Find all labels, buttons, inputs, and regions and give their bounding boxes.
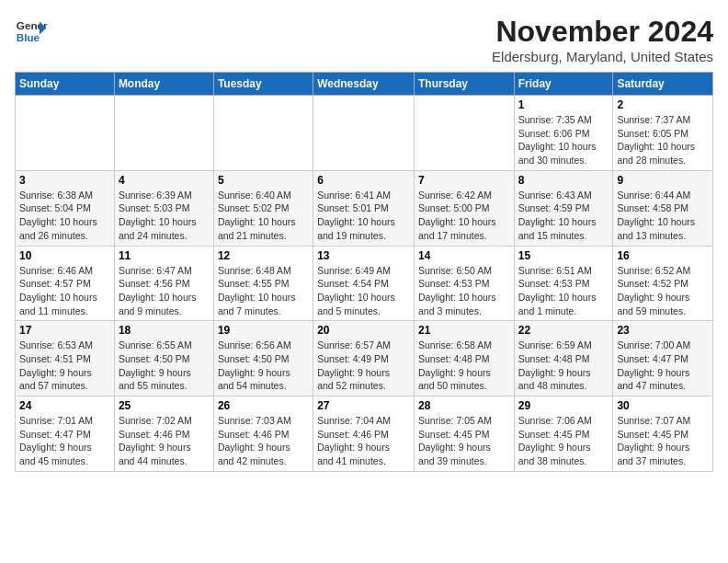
day-number: 20 [317,324,410,337]
day-cell: 20Sunrise: 6:57 AM Sunset: 4:49 PM Dayli… [313,321,415,396]
day-number: 10 [19,249,110,262]
day-number: 1 [518,98,609,111]
week-row-1: 3Sunrise: 6:38 AM Sunset: 5:04 PM Daylig… [16,170,713,246]
day-cell: 14Sunrise: 6:50 AM Sunset: 4:53 PM Dayli… [414,246,514,321]
day-info: Sunrise: 7:02 AM Sunset: 4:46 PM Dayligh… [119,414,210,468]
title-area: November 2024 Eldersburg, Maryland, Unit… [492,15,713,64]
day-cell: 8Sunrise: 6:43 AM Sunset: 4:59 PM Daylig… [514,170,613,246]
day-number: 18 [119,324,210,337]
header-saturday: Saturday [613,73,713,96]
week-row-0: 1Sunrise: 7:35 AM Sunset: 6:06 PM Daylig… [16,96,713,171]
day-number: 4 [119,174,210,187]
day-cell: 29Sunrise: 7:06 AM Sunset: 4:45 PM Dayli… [514,396,613,472]
day-cell: 30Sunrise: 7:07 AM Sunset: 4:45 PM Dayli… [613,396,713,472]
day-number: 29 [518,399,609,412]
header-sunday: Sunday [16,73,115,96]
day-cell: 11Sunrise: 6:47 AM Sunset: 4:56 PM Dayli… [114,246,213,321]
day-number: 7 [418,174,510,187]
day-info: Sunrise: 7:04 AM Sunset: 4:46 PM Dayligh… [317,414,410,468]
day-cell: 16Sunrise: 6:52 AM Sunset: 4:52 PM Dayli… [613,246,713,321]
logo-icon: General Blue [15,15,48,48]
day-cell: 5Sunrise: 6:40 AM Sunset: 5:02 PM Daylig… [213,170,313,246]
day-info: Sunrise: 6:41 AM Sunset: 5:01 PM Dayligh… [317,189,410,243]
day-number: 25 [119,399,210,412]
day-info: Sunrise: 6:49 AM Sunset: 4:54 PM Dayligh… [317,264,410,318]
week-row-2: 10Sunrise: 6:46 AM Sunset: 4:57 PM Dayli… [16,246,713,321]
day-info: Sunrise: 6:39 AM Sunset: 5:03 PM Dayligh… [119,189,210,243]
day-info: Sunrise: 6:46 AM Sunset: 4:57 PM Dayligh… [19,264,110,318]
day-info: Sunrise: 6:52 AM Sunset: 4:52 PM Dayligh… [617,264,709,318]
day-number: 28 [418,399,510,412]
day-number: 15 [518,249,609,262]
day-number: 3 [19,174,110,187]
header-friday: Friday [514,73,613,96]
logo: General Blue [15,15,51,48]
day-info: Sunrise: 7:01 AM Sunset: 4:47 PM Dayligh… [19,414,110,468]
day-number: 24 [19,399,110,412]
day-number: 11 [119,249,210,262]
header-monday: Monday [114,73,213,96]
day-cell [114,96,213,171]
day-cell: 4Sunrise: 6:39 AM Sunset: 5:03 PM Daylig… [114,170,213,246]
day-cell: 9Sunrise: 6:44 AM Sunset: 4:58 PM Daylig… [613,170,713,246]
day-number: 16 [617,249,709,262]
day-number: 9 [617,174,709,187]
day-info: Sunrise: 6:57 AM Sunset: 4:49 PM Dayligh… [317,339,410,393]
day-cell: 3Sunrise: 6:38 AM Sunset: 5:04 PM Daylig… [16,170,115,246]
days-header-row: SundayMondayTuesdayWednesdayThursdayFrid… [16,73,713,96]
day-info: Sunrise: 6:48 AM Sunset: 4:55 PM Dayligh… [218,264,309,318]
week-row-3: 17Sunrise: 6:53 AM Sunset: 4:51 PM Dayli… [16,321,713,396]
day-cell: 26Sunrise: 7:03 AM Sunset: 4:46 PM Dayli… [213,396,313,472]
day-number: 2 [617,98,709,111]
day-info: Sunrise: 6:50 AM Sunset: 4:53 PM Dayligh… [418,264,510,318]
day-info: Sunrise: 6:55 AM Sunset: 4:50 PM Dayligh… [119,339,210,393]
day-info: Sunrise: 6:47 AM Sunset: 4:56 PM Dayligh… [119,264,210,318]
day-info: Sunrise: 6:44 AM Sunset: 4:58 PM Dayligh… [617,189,709,243]
day-info: Sunrise: 7:00 AM Sunset: 4:47 PM Dayligh… [617,339,709,393]
day-cell: 24Sunrise: 7:01 AM Sunset: 4:47 PM Dayli… [16,396,115,472]
day-cell: 27Sunrise: 7:04 AM Sunset: 4:46 PM Dayli… [313,396,415,472]
day-cell: 18Sunrise: 6:55 AM Sunset: 4:50 PM Dayli… [114,321,213,396]
day-cell: 12Sunrise: 6:48 AM Sunset: 4:55 PM Dayli… [213,246,313,321]
day-number: 23 [617,324,709,337]
day-cell: 15Sunrise: 6:51 AM Sunset: 4:53 PM Dayli… [514,246,613,321]
week-row-4: 24Sunrise: 7:01 AM Sunset: 4:47 PM Dayli… [16,396,713,472]
day-info: Sunrise: 7:35 AM Sunset: 6:06 PM Dayligh… [518,113,609,167]
day-info: Sunrise: 7:05 AM Sunset: 4:45 PM Dayligh… [418,414,510,468]
day-cell: 17Sunrise: 6:53 AM Sunset: 4:51 PM Dayli… [16,321,115,396]
day-cell: 7Sunrise: 6:42 AM Sunset: 5:00 PM Daylig… [414,170,514,246]
day-cell [414,96,514,171]
calendar-table: SundayMondayTuesdayWednesdayThursdayFrid… [15,72,713,472]
day-info: Sunrise: 6:53 AM Sunset: 4:51 PM Dayligh… [19,339,110,393]
day-info: Sunrise: 6:38 AM Sunset: 5:04 PM Dayligh… [19,189,110,243]
day-cell: 10Sunrise: 6:46 AM Sunset: 4:57 PM Dayli… [16,246,115,321]
day-info: Sunrise: 6:58 AM Sunset: 4:48 PM Dayligh… [418,339,510,393]
day-number: 6 [317,174,410,187]
day-info: Sunrise: 6:42 AM Sunset: 5:00 PM Dayligh… [418,189,510,243]
day-number: 19 [218,324,309,337]
day-number: 14 [418,249,510,262]
day-info: Sunrise: 7:07 AM Sunset: 4:45 PM Dayligh… [617,414,709,468]
day-cell: 25Sunrise: 7:02 AM Sunset: 4:46 PM Dayli… [114,396,213,472]
day-number: 21 [418,324,510,337]
location-title: Eldersburg, Maryland, United States [492,49,713,64]
day-info: Sunrise: 7:03 AM Sunset: 4:46 PM Dayligh… [218,414,309,468]
day-cell: 23Sunrise: 7:00 AM Sunset: 4:47 PM Dayli… [613,321,713,396]
day-number: 30 [617,399,709,412]
header: General Blue November 2024 Eldersburg, M… [15,15,713,64]
day-cell: 22Sunrise: 6:59 AM Sunset: 4:48 PM Dayli… [514,321,613,396]
day-info: Sunrise: 6:40 AM Sunset: 5:02 PM Dayligh… [218,189,309,243]
day-number: 13 [317,249,410,262]
day-info: Sunrise: 7:37 AM Sunset: 6:05 PM Dayligh… [617,113,709,167]
day-info: Sunrise: 7:06 AM Sunset: 4:45 PM Dayligh… [518,414,609,468]
day-cell: 13Sunrise: 6:49 AM Sunset: 4:54 PM Dayli… [313,246,415,321]
day-info: Sunrise: 6:59 AM Sunset: 4:48 PM Dayligh… [518,339,609,393]
day-number: 12 [218,249,309,262]
day-cell [16,96,115,171]
day-cell: 28Sunrise: 7:05 AM Sunset: 4:45 PM Dayli… [414,396,514,472]
svg-text:Blue: Blue [17,31,40,43]
day-cell: 6Sunrise: 6:41 AM Sunset: 5:01 PM Daylig… [313,170,415,246]
day-cell [313,96,415,171]
header-wednesday: Wednesday [313,73,415,96]
day-number: 17 [19,324,110,337]
